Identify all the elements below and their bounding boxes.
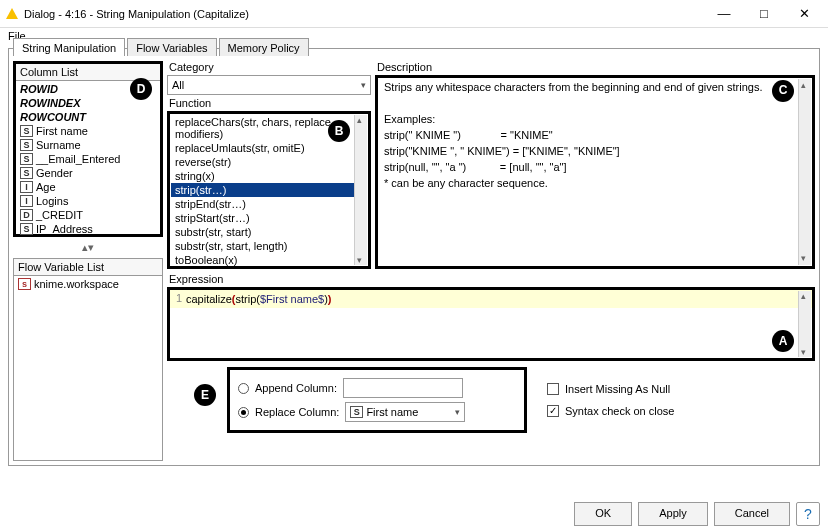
badge-d: D [130, 78, 152, 100]
replace-column-radio[interactable] [238, 407, 249, 418]
badge-b: B [328, 120, 350, 142]
flow-variable-panel: Flow Variable List sknime.workspace [13, 258, 163, 461]
column-label: IP_Address [36, 223, 93, 235]
category-select[interactable]: All▾ [167, 75, 371, 95]
replace-column-label: Replace Column: [255, 406, 339, 418]
append-column-radio[interactable] [238, 383, 249, 394]
insert-missing-label: Insert Missing As Null [565, 383, 670, 395]
function-item-selected[interactable]: strip(str…) [171, 183, 367, 197]
column-label: First name [36, 125, 88, 137]
function-item[interactable]: reverse(str) [171, 155, 367, 169]
dialog-button-bar: OK Apply Cancel ? [574, 502, 820, 526]
desc-line: * can be any character sequence. [384, 176, 806, 192]
syntax-check-label: Syntax check on close [565, 405, 674, 417]
type-icon: S [20, 167, 33, 179]
ok-button[interactable]: OK [574, 502, 632, 526]
function-item[interactable]: string(x) [171, 169, 367, 183]
desc-line: Examples: [384, 112, 806, 128]
desc-line: Strips any whitespace characters from th… [384, 80, 806, 96]
column-label: Age [36, 181, 56, 193]
minimize-button[interactable]: — [704, 2, 744, 26]
chevron-down-icon: ▾ [361, 80, 366, 90]
append-column-label: Append Column: [255, 382, 337, 394]
type-icon: I [20, 181, 33, 193]
desc-line: strip(null, "", "a ") = [null, "", "a"] [384, 160, 806, 176]
flow-variable-label: knime.workspace [34, 278, 119, 290]
column-item[interactable]: ILogins [18, 194, 158, 208]
desc-line: strip("KNIME ", " KNIME") = ["KNIME", "K… [384, 144, 806, 160]
type-icon: S [350, 406, 363, 418]
column-item[interactable]: D_CREDIT [18, 208, 158, 222]
function-label: Function [167, 97, 371, 109]
badge-e: E [194, 384, 216, 406]
tab-string-manipulation[interactable]: String Manipulation [13, 38, 125, 56]
rowcount-item[interactable]: ROWCOUNT [18, 110, 158, 124]
column-label: Gender [36, 167, 73, 179]
column-label: Surname [36, 139, 81, 151]
flow-variable-item[interactable]: sknime.workspace [16, 277, 160, 291]
tab-memory-policy[interactable]: Memory Policy [219, 38, 309, 56]
column-item[interactable]: SFirst name [18, 124, 158, 138]
replace-column-value: First name [366, 406, 418, 418]
function-item[interactable]: substr(str, start) [171, 225, 367, 239]
type-icon: S [20, 139, 33, 151]
expression-editor[interactable]: A 1 capitalize(strip($First name$)) [167, 287, 815, 361]
function-list[interactable]: B replaceChars(str, chars, replace, modi… [167, 111, 371, 269]
badge-c: C [772, 80, 794, 102]
cancel-button[interactable]: Cancel [714, 502, 790, 526]
column-label: __Email_Entered [36, 153, 120, 165]
type-icon: S [20, 125, 33, 137]
expression-code: capitalize(strip($First name$)) [186, 292, 332, 306]
app-icon [6, 8, 18, 19]
type-icon: s [18, 278, 31, 290]
title-bar: Dialog - 4:16 - String Manipulation (Cap… [0, 0, 828, 28]
type-icon: I [20, 195, 33, 207]
type-icon: S [20, 223, 33, 235]
function-item[interactable]: toBoolean(x) [171, 253, 367, 267]
type-icon: S [20, 153, 33, 165]
apply-button[interactable]: Apply [638, 502, 708, 526]
column-item[interactable]: SSurname [18, 138, 158, 152]
maximize-button[interactable]: □ [744, 2, 784, 26]
column-label: Logins [36, 195, 68, 207]
description-label: Description [375, 61, 815, 73]
desc-line: strip(" KNIME ") = "KNIME" [384, 128, 806, 144]
replace-column-select[interactable]: SFirst name▾ [345, 402, 465, 422]
scrollbar[interactable] [798, 79, 811, 265]
tab-flow-variables[interactable]: Flow Variables [127, 38, 216, 56]
category-value: All [172, 79, 184, 91]
expression-label: Expression [167, 273, 815, 285]
syntax-check-checkbox[interactable]: ✓ [547, 405, 559, 417]
help-button[interactable]: ? [796, 502, 820, 526]
function-item[interactable]: replaceUmlauts(str, omitE) [171, 141, 367, 155]
column-list-panel: D Column List ROWID ROWINDEX ROWCOUNT SF… [13, 61, 163, 237]
column-item[interactable]: IAge [18, 180, 158, 194]
output-column-options: E Append Column: Replace Column: SFirst … [227, 367, 527, 433]
type-icon: D [20, 209, 33, 221]
column-item[interactable]: S__Email_Entered [18, 152, 158, 166]
function-item[interactable]: stripStart(str…) [171, 211, 367, 225]
close-button[interactable]: ✕ [784, 2, 824, 26]
window-title: Dialog - 4:16 - String Manipulation (Cap… [24, 8, 704, 20]
scrollbar[interactable] [798, 291, 811, 357]
column-item[interactable]: SIP_Address [18, 222, 158, 236]
column-item[interactable]: SGender [18, 166, 158, 180]
function-item[interactable]: stripEnd(str…) [171, 197, 367, 211]
scrollbar[interactable] [354, 115, 367, 265]
column-label: _CREDIT [36, 209, 83, 221]
insert-missing-checkbox[interactable] [547, 383, 559, 395]
append-column-input[interactable] [343, 378, 463, 398]
description-box: C Strips any whitespace characters from … [375, 75, 815, 269]
category-label: Category [167, 61, 371, 73]
splitter-handle[interactable]: ▴▾ [13, 241, 163, 254]
badge-a: A [772, 330, 794, 352]
config-panel: String Manipulation Flow Variables Memor… [8, 48, 820, 466]
chevron-down-icon: ▾ [455, 407, 460, 417]
function-item[interactable]: substr(str, start, length) [171, 239, 367, 253]
line-number: 1 [172, 292, 186, 306]
flow-variable-title: Flow Variable List [14, 259, 162, 276]
